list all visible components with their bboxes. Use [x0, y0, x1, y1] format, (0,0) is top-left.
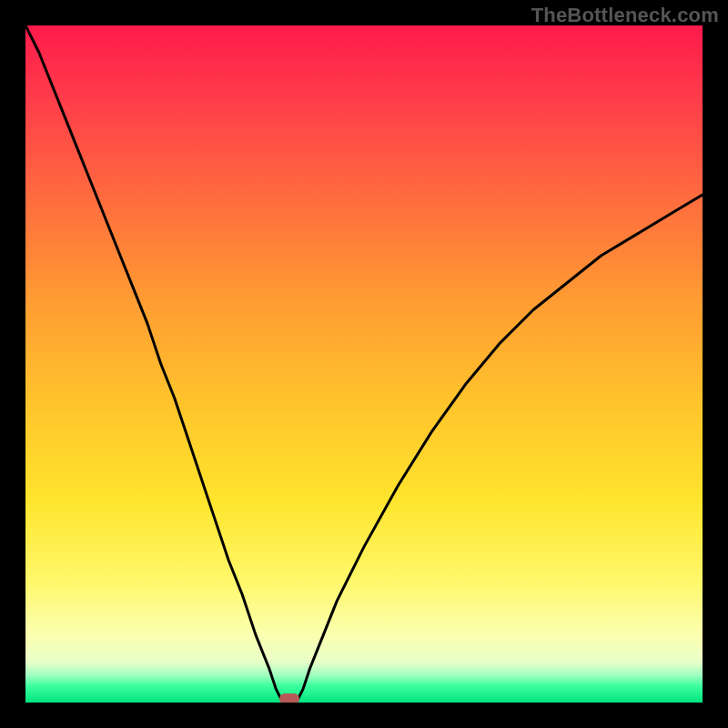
watermark-text: TheBottleneck.com [531, 4, 719, 27]
bottleneck-curve [25, 25, 703, 703]
minimum-marker [279, 693, 299, 703]
plot-area [25, 25, 703, 703]
chart-frame: TheBottleneck.com [0, 0, 728, 728]
